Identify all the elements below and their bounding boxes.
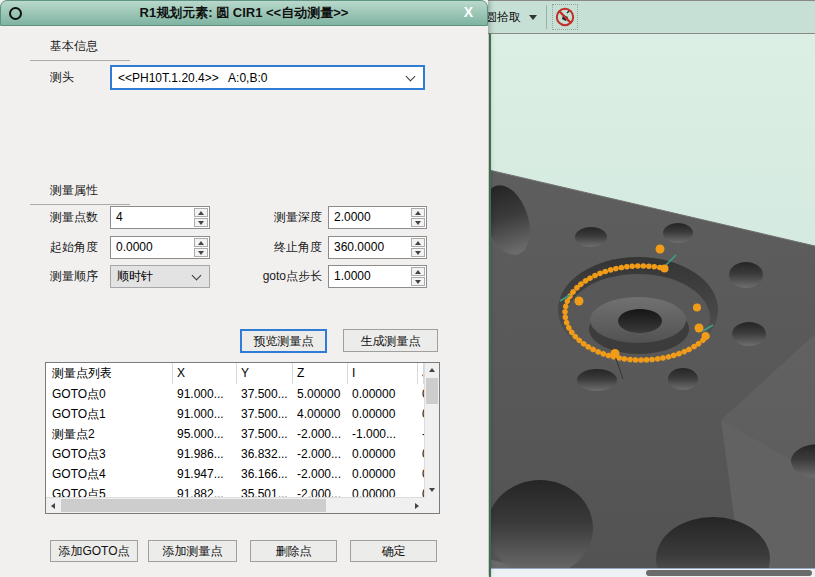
spin-up-icon[interactable]	[411, 238, 425, 247]
col-name: 测量点列表	[46, 363, 173, 384]
point-table-content: 测量点列表 X Y Z I J GOTO点091.000...37.500...…	[46, 363, 424, 497]
group-measure-props: 测量属性	[30, 180, 130, 205]
scroll-down-icon[interactable]	[425, 483, 439, 497]
probe-select[interactable]: <<PH10T.1.20.4>> A:0,B:0	[110, 65, 425, 90]
spin-down-icon[interactable]	[411, 218, 425, 227]
col-x: X	[173, 363, 237, 384]
spin-up-icon[interactable]	[411, 208, 425, 217]
points-count-label: 测量点数	[50, 206, 108, 229]
toolbar-divider	[546, 5, 547, 29]
close-icon[interactable]: X	[464, 4, 473, 20]
add-goto-point-button[interactable]: 添加GOTO点	[50, 540, 138, 562]
goto-step-spinner[interactable]: 1.0000	[328, 265, 427, 288]
confirm-button[interactable]: 确定	[350, 540, 437, 562]
viewport-left-border	[489, 34, 491, 577]
end-angle-value: 360.0000	[329, 237, 410, 258]
vertical-scrollbar-thumb[interactable]	[426, 378, 438, 404]
start-angle-spinner[interactable]: 0.0000	[110, 236, 210, 259]
table-row[interactable]: 测量点295.000...37.500... -2.000...-1.000..…	[46, 424, 424, 444]
table-row[interactable]: GOTO点391.986...36.832... -2.000...0.0000…	[46, 444, 424, 464]
spin-down-icon[interactable]	[411, 248, 425, 257]
preview-points-button[interactable]: 预览测量点	[240, 329, 327, 353]
table-row[interactable]: GOTO点091.000...37.500... 5.000000.000000…	[46, 384, 424, 404]
delete-point-button[interactable]: 删除点	[250, 540, 337, 562]
circle-outline-icon	[9, 7, 22, 20]
scrollbar-corner	[424, 497, 439, 513]
scroll-left-icon[interactable]	[46, 498, 60, 513]
scroll-right-icon[interactable]	[410, 498, 424, 513]
end-angle-label: 终止角度	[252, 236, 322, 259]
start-angle-value: 0.0000	[111, 237, 193, 258]
scroll-up-icon[interactable]	[425, 363, 439, 377]
dialog-titlebar[interactable]: R1规划元素: 圆 CIR1 <<自动测量>> X	[0, 0, 488, 26]
spin-up-icon[interactable]	[194, 208, 208, 217]
table-row[interactable]: GOTO点491.947...36.166... -2.000...0.0000…	[46, 464, 424, 484]
col-i: I	[348, 363, 418, 384]
spin-down-icon[interactable]	[411, 277, 425, 286]
start-angle-label: 起始角度	[50, 236, 108, 259]
order-select[interactable]: 顺时针	[110, 265, 210, 288]
plan-element-dialog: R1规划元素: 圆 CIR1 <<自动测量>> X 基本信息 测头 <<PH10…	[0, 0, 488, 577]
spin-up-icon[interactable]	[194, 238, 208, 247]
point-table: 测量点列表 X Y Z I J GOTO点091.000...37.500...…	[45, 362, 440, 514]
prohibit-icon	[554, 6, 576, 28]
depth-value: 2.0000	[329, 207, 410, 228]
table-vertical-scrollbar[interactable]	[424, 363, 439, 497]
probe-value: <<PH10T.1.20.4>> A:0,B:0	[112, 71, 407, 85]
spin-up-icon[interactable]	[411, 267, 425, 276]
circle-pick-button[interactable]: 圆拾取	[487, 9, 521, 26]
generate-points-button[interactable]: 生成测量点	[343, 329, 438, 352]
order-value: 顺时针	[111, 268, 193, 285]
add-measure-point-button[interactable]: 添加测量点	[148, 540, 237, 562]
points-count-spinner[interactable]: 4	[110, 206, 210, 229]
point-table-body: GOTO点091.000...37.500... 5.000000.000000…	[46, 384, 424, 497]
depth-label: 测量深度	[252, 206, 322, 229]
spin-down-icon[interactable]	[194, 248, 208, 257]
bottom-scrollbar[interactable]	[491, 568, 815, 577]
points-count-value: 4	[111, 207, 193, 228]
horizontal-scrollbar-thumb[interactable]	[61, 499, 326, 512]
goto-step-value: 1.0000	[329, 266, 410, 287]
depth-spinner[interactable]: 2.0000	[328, 206, 427, 229]
point-table-header: 测量点列表 X Y Z I J	[46, 363, 424, 384]
bottom-scrollbar-thumb[interactable]	[646, 570, 812, 576]
dialog-title: R1规划元素: 圆 CIR1 <<自动测量>>	[1, 4, 487, 22]
cancel-pick-button[interactable]	[552, 4, 578, 30]
chevron-down-icon	[406, 71, 416, 81]
end-angle-spinner[interactable]: 360.0000	[328, 236, 427, 259]
table-horizontal-scrollbar[interactable]	[46, 497, 424, 513]
app-window: 圆拾取	[0, 0, 815, 577]
chevron-down-icon	[192, 270, 202, 280]
group-basic-info: 基本信息	[30, 36, 130, 61]
spin-down-icon[interactable]	[194, 218, 208, 227]
goto-step-label: goto点步长	[240, 265, 322, 288]
3d-viewport[interactable]	[489, 34, 815, 568]
col-z: Z	[293, 363, 348, 384]
pick-toolbar: 圆拾取	[487, 0, 815, 34]
probe-label: 测头	[50, 66, 74, 89]
chevron-down-icon[interactable]	[529, 15, 537, 20]
col-y: Y	[237, 363, 293, 384]
table-row[interactable]: GOTO点591.882...35.501... -2.000...0.0000…	[46, 484, 424, 497]
order-label: 测量顺序	[50, 265, 108, 288]
table-row[interactable]: GOTO点191.000...37.500... 4.000000.000000…	[46, 404, 424, 424]
